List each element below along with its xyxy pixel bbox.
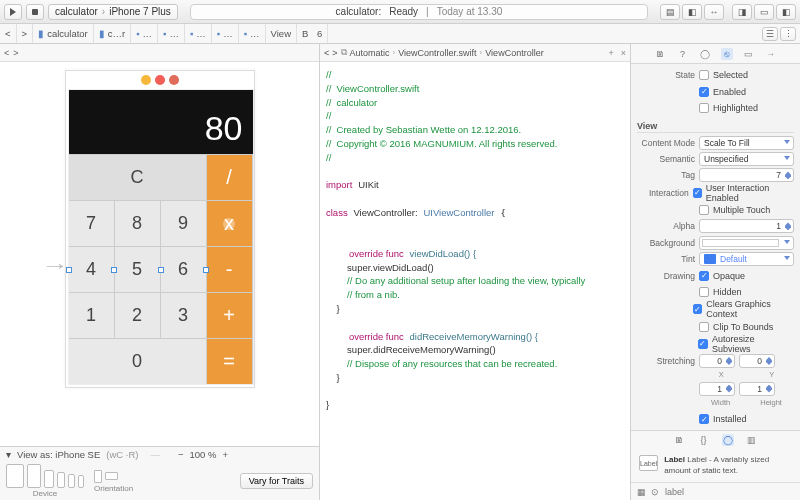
ed-back[interactable]: < bbox=[324, 48, 329, 58]
alpha-field[interactable]: 1 bbox=[699, 219, 794, 233]
key-5[interactable]: 5 bbox=[115, 246, 161, 292]
toggle-inspector-button[interactable]: ◧ bbox=[776, 4, 796, 20]
outline-toggle-button[interactable]: ☰ bbox=[762, 27, 778, 41]
enabled-checkbox[interactable]: ✓ bbox=[699, 87, 709, 97]
identity-inspector-tab[interactable]: ◯ bbox=[699, 48, 711, 60]
selected-checkbox[interactable] bbox=[699, 70, 709, 80]
device-option[interactable] bbox=[27, 464, 41, 488]
ib-fwd[interactable]: > bbox=[13, 48, 18, 58]
scheme-selector[interactable]: calculator › iPhone 7 Plus bbox=[48, 4, 178, 20]
hidden-checkbox[interactable] bbox=[699, 287, 709, 297]
jb-item-3[interactable]: ▪… bbox=[185, 24, 212, 43]
close-assistant-button[interactable]: × bbox=[621, 48, 626, 58]
device-option[interactable] bbox=[44, 470, 54, 488]
ed-symbol[interactable]: ViewController bbox=[485, 48, 543, 58]
key-1[interactable]: 1 bbox=[69, 292, 115, 338]
device-option[interactable] bbox=[6, 464, 24, 488]
tag-field[interactable]: 7 bbox=[699, 168, 794, 182]
jb-nav-back[interactable]: < bbox=[0, 24, 17, 43]
key-6[interactable]: 6 bbox=[161, 246, 207, 292]
source-editor[interactable]: // // ViewController.swift // calculator… bbox=[320, 62, 630, 500]
ib-canvas[interactable]: → 80 C / 7 8 9 bbox=[0, 62, 319, 446]
semantic-select[interactable]: Unspecified bbox=[699, 152, 794, 166]
disclosure-icon[interactable]: ▾ bbox=[6, 449, 11, 460]
content-mode-select[interactable]: Scale To Fill bbox=[699, 136, 794, 150]
grid-view-icon[interactable]: ▦ bbox=[637, 487, 645, 497]
jb-item-2[interactable]: ▪… bbox=[158, 24, 185, 43]
jb-project[interactable]: ▮calculator bbox=[33, 24, 94, 43]
orientation-landscape[interactable] bbox=[105, 472, 118, 480]
connections-inspector-tab[interactable]: → bbox=[765, 48, 777, 60]
zoom-out-button[interactable]: − bbox=[178, 449, 184, 460]
jb-item-4[interactable]: ▪… bbox=[212, 24, 239, 43]
jb-b[interactable]: B 6 bbox=[297, 24, 328, 43]
key-2[interactable]: 2 bbox=[115, 292, 161, 338]
toggle-debug-button[interactable]: ▭ bbox=[754, 4, 774, 20]
orientation-picker[interactable] bbox=[94, 470, 133, 483]
toggle-navigator-button[interactable]: ◨ bbox=[732, 4, 752, 20]
key-add[interactable]: + bbox=[207, 292, 253, 338]
multitouch-checkbox[interactable] bbox=[699, 205, 709, 215]
run-button[interactable] bbox=[4, 4, 22, 20]
object-library-tab[interactable]: ◯ bbox=[722, 434, 734, 446]
jb-nav-fwd[interactable]: > bbox=[17, 24, 34, 43]
zoom-in-button[interactable]: + bbox=[222, 449, 228, 460]
library-item-label[interactable]: Label Label Label - A variably sized amo… bbox=[631, 449, 800, 482]
filter-icon[interactable]: ⊙ bbox=[651, 487, 659, 497]
autoresize-checkbox[interactable]: ✓ bbox=[698, 339, 708, 349]
size-inspector-tab[interactable]: ▭ bbox=[743, 48, 755, 60]
highlighted-checkbox[interactable] bbox=[699, 103, 709, 113]
device-option[interactable] bbox=[57, 472, 65, 488]
key-subtract[interactable]: - bbox=[207, 246, 253, 292]
file-template-tab[interactable]: 🗎 bbox=[674, 434, 686, 446]
key-divide[interactable]: / bbox=[207, 154, 253, 200]
jb-folder[interactable]: ▮c…r bbox=[94, 24, 131, 43]
media-library-tab[interactable]: ▥ bbox=[746, 434, 758, 446]
stop-button[interactable] bbox=[26, 4, 44, 20]
add-assistant-button[interactable]: + bbox=[608, 48, 613, 58]
adjust-button[interactable]: ⋮ bbox=[780, 27, 796, 41]
help-inspector-tab[interactable]: ? bbox=[677, 48, 689, 60]
ed-mode[interactable]: Automatic bbox=[350, 48, 390, 58]
key-7[interactable]: 7 bbox=[69, 200, 115, 246]
orientation-portrait[interactable] bbox=[94, 470, 102, 483]
tint-select[interactable]: Default bbox=[699, 252, 794, 266]
ed-file[interactable]: ViewController.swift bbox=[398, 48, 476, 58]
version-editor-button[interactable]: ↔ bbox=[704, 4, 724, 20]
vary-for-traits-button[interactable]: Vary for Traits bbox=[240, 473, 313, 489]
key-3[interactable]: 3 bbox=[161, 292, 207, 338]
device-option[interactable] bbox=[68, 474, 75, 488]
background-color-select[interactable] bbox=[699, 236, 794, 250]
opaque-checkbox[interactable]: ✓ bbox=[699, 271, 709, 281]
device-option[interactable] bbox=[78, 475, 84, 488]
device-picker[interactable] bbox=[6, 464, 84, 488]
ctb-checkbox[interactable] bbox=[699, 322, 709, 332]
key-equals[interactable]: = bbox=[207, 338, 253, 384]
key-8[interactable]: 8 bbox=[115, 200, 161, 246]
key-multiply[interactable]: x bbox=[207, 200, 253, 246]
jb-item-1[interactable]: ▪… bbox=[131, 24, 158, 43]
attributes-inspector-tab[interactable]: ⎋ bbox=[721, 48, 733, 60]
view-as-label[interactable]: View as: iPhone SE bbox=[17, 449, 100, 460]
installed-checkbox[interactable]: ✓ bbox=[699, 414, 709, 424]
uie-checkbox[interactable]: ✓ bbox=[693, 188, 702, 198]
stretch-x-field[interactable]: 0 bbox=[699, 354, 735, 368]
key-clear[interactable]: C bbox=[69, 154, 207, 200]
jb-view[interactable]: View bbox=[266, 24, 297, 43]
key-4[interactable]: 4 bbox=[69, 246, 115, 292]
stretch-w-field[interactable]: 1 bbox=[699, 382, 735, 396]
code-snippet-tab[interactable]: {} bbox=[698, 434, 710, 446]
ed-fwd[interactable]: > bbox=[332, 48, 337, 58]
key-9[interactable]: 9 bbox=[161, 200, 207, 246]
scene-frame[interactable]: 80 C / 7 8 9 x 4 5 6 - 1 bbox=[65, 70, 255, 388]
standard-editor-button[interactable]: ▤ bbox=[660, 4, 680, 20]
ib-back[interactable]: < bbox=[4, 48, 9, 58]
assistant-editor-button[interactable]: ◧ bbox=[682, 4, 702, 20]
key-0[interactable]: 0 bbox=[69, 338, 207, 384]
stretch-y-field[interactable]: 0 bbox=[739, 354, 775, 368]
cgc-checkbox[interactable]: ✓ bbox=[693, 304, 702, 314]
file-inspector-tab[interactable]: 🗎 bbox=[655, 48, 667, 60]
stretch-h-field[interactable]: 1 bbox=[739, 382, 775, 396]
library-filter-text[interactable]: label bbox=[665, 487, 684, 497]
jb-item-5[interactable]: ▪… bbox=[239, 24, 266, 43]
